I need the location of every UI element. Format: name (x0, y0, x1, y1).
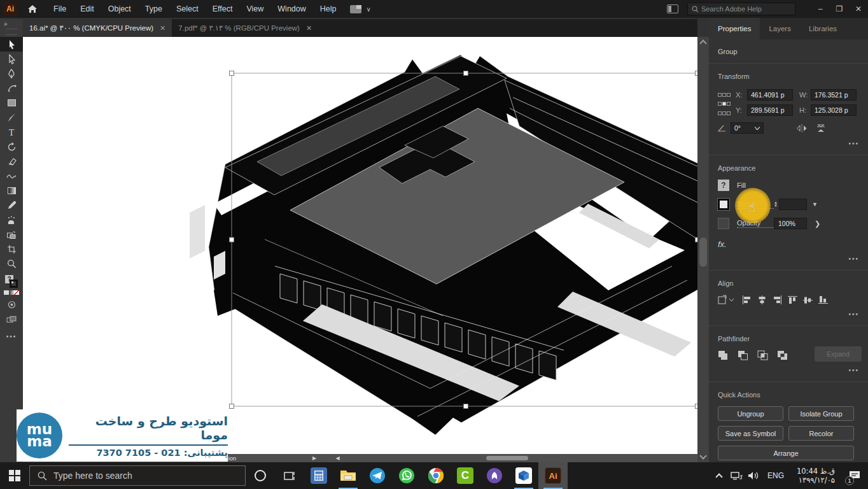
tab-layers[interactable]: Layers (760, 18, 800, 39)
flip-horizontal-icon[interactable] (797, 124, 807, 132)
action-center-button[interactable]: 1 (844, 462, 865, 489)
recolor-button[interactable]: Recolor (788, 426, 854, 441)
taskbar-app-whatsapp[interactable] (392, 462, 421, 489)
y-input[interactable]: 289.5691 p (747, 104, 793, 116)
tool-pen[interactable] (0, 66, 23, 81)
flip-vertical-icon[interactable] (816, 124, 826, 132)
save-as-symbol-button[interactable]: Save as Symbol (718, 426, 783, 441)
home-icon[interactable] (27, 4, 38, 13)
tool-artboard[interactable] (0, 242, 23, 257)
reference-point-locator[interactable] (718, 93, 731, 120)
horizontal-scrollbar-thumb[interactable] (486, 456, 528, 460)
opacity-swatch[interactable] (718, 218, 729, 229)
align-center-vertical-icon[interactable] (803, 295, 813, 304)
task-view-button[interactable] (275, 462, 304, 489)
tool-selection[interactable] (0, 37, 23, 52)
cortana-button[interactable] (246, 462, 275, 489)
menu-edit[interactable]: Edit (73, 0, 101, 18)
appearance-more-options[interactable]: ••• (718, 255, 859, 262)
pathfinder-exclude-icon[interactable] (777, 350, 788, 360)
tool-rotate[interactable] (0, 139, 23, 154)
taskbar-app-telegram[interactable] (363, 462, 392, 489)
menu-type[interactable]: Type (138, 0, 169, 18)
screen-mode-button[interactable] (0, 312, 23, 327)
menu-select[interactable]: Select (169, 0, 206, 18)
stroke-weight-stepper[interactable]: ▲▼ (774, 201, 778, 208)
restore-button[interactable]: ❐ (830, 0, 849, 18)
align-bottom-icon[interactable] (818, 295, 828, 304)
menu-help[interactable]: Help (313, 0, 344, 18)
start-button[interactable] (0, 462, 29, 489)
none-swatch[interactable] (14, 290, 19, 295)
taskbar-app-file-explorer[interactable] (333, 462, 363, 489)
opacity-label[interactable]: Opacity (737, 219, 774, 228)
tab-properties[interactable]: Properties (709, 18, 760, 39)
h-input[interactable]: 125.3028 p (811, 104, 857, 116)
align-top-icon[interactable] (788, 295, 797, 304)
tab-libraries[interactable]: Libraries (800, 18, 846, 39)
tool-rectangle[interactable] (0, 96, 23, 110)
stroke-swatch[interactable] (718, 199, 729, 210)
close-button[interactable]: ✕ (849, 0, 868, 18)
tool-eraser[interactable] (0, 154, 23, 169)
color-gradient-none-bar[interactable] (4, 290, 19, 295)
language-indicator[interactable]: ENG (767, 471, 784, 480)
menu-file[interactable]: File (46, 0, 73, 18)
x-input[interactable]: 461.4091 p (747, 89, 793, 101)
artboard-nav-arrows[interactable]: ▶ ◀ (312, 455, 349, 461)
tool-paintbrush[interactable] (0, 110, 23, 125)
fill-label[interactable]: Fill (737, 181, 774, 189)
taskbar-app-chrome[interactable] (421, 462, 451, 489)
pathfinder-more-options[interactable]: ••• (718, 367, 859, 374)
stroke-proxy-swatch[interactable] (10, 280, 18, 288)
arrange-documents-chevron[interactable]: ∨ (367, 6, 371, 13)
fill-swatch[interactable]: ? (718, 180, 729, 191)
workspace-switcher-icon[interactable] (667, 4, 678, 13)
pathfinder-unite-icon[interactable] (718, 350, 729, 360)
align-more-options[interactable]: ••• (718, 311, 859, 318)
pathfinder-expand-button[interactable]: Expand (815, 346, 862, 362)
menu-view[interactable]: View (239, 0, 270, 18)
pathfinder-minus-front-icon[interactable] (738, 350, 748, 360)
opacity-input[interactable]: 100% (774, 218, 807, 229)
pathfinder-intersect-icon[interactable] (757, 350, 768, 360)
align-center-horizontal-icon[interactable] (757, 295, 767, 304)
tool-type[interactable]: T (0, 125, 23, 139)
align-right-icon[interactable] (773, 295, 782, 304)
menu-window[interactable]: Window (270, 0, 312, 18)
taskbar-app-calculator[interactable] (304, 462, 333, 489)
fx-effects-button[interactable]: fx. (718, 239, 859, 249)
gradient-swatch[interactable] (9, 290, 14, 295)
taskbar-app-camtasia[interactable]: C (451, 462, 480, 489)
adobe-help-search[interactable]: Search Adobe Help (687, 3, 795, 15)
tool-direct-selection[interactable] (0, 52, 23, 66)
transform-more-options[interactable]: ••• (718, 140, 859, 147)
tool-shape-builder[interactable] (0, 227, 23, 242)
align-to-selector[interactable] (718, 295, 734, 304)
document-tab-7pdf[interactable]: 7.pdf* @ ۳.۱۳ % (RGB/CPU Preview) ✕ (172, 19, 318, 37)
opacity-options-arrow-icon[interactable]: ❯ (815, 220, 820, 228)
taskbar-app-illustrator[interactable]: Ai (538, 462, 568, 489)
tab-close-icon[interactable]: ✕ (160, 24, 165, 32)
clock[interactable]: 10:44 ق.ظ ۱۳۹۹/۱۲/۰۵ (797, 467, 835, 485)
tool-curvature[interactable] (0, 81, 23, 96)
stroke-weight-chevron-icon[interactable]: ▼ (812, 201, 818, 208)
stroke-label[interactable]: Stroke (737, 200, 774, 209)
drawing-mode-button[interactable] (0, 297, 23, 312)
isolate-group-button[interactable]: Isolate Group (788, 406, 854, 421)
taskbar-app-sketchup[interactable] (509, 462, 538, 489)
stroke-weight-input[interactable] (779, 199, 807, 210)
toolbar-collapse-icon[interactable]: » (0, 19, 23, 28)
menu-object[interactable]: Object (101, 0, 138, 18)
tool-gradient[interactable] (0, 183, 23, 198)
align-left-icon[interactable] (742, 295, 752, 304)
tool-symbol-sprayer[interactable] (0, 213, 23, 227)
vertical-scrollbar[interactable] (697, 37, 709, 462)
taskbar-app-purple[interactable] (480, 462, 509, 489)
scroll-down-icon[interactable] (699, 452, 706, 459)
document-tab-16ai[interactable]: 16.ai* @ ۳۰۰ % (CMYK/CPU Preview) ✕ (23, 19, 172, 37)
edit-toolbar-icon[interactable]: ••• (0, 333, 23, 340)
color-swatch[interactable] (4, 290, 9, 295)
network-icon[interactable] (731, 471, 743, 481)
tool-shaper[interactable] (0, 169, 23, 183)
